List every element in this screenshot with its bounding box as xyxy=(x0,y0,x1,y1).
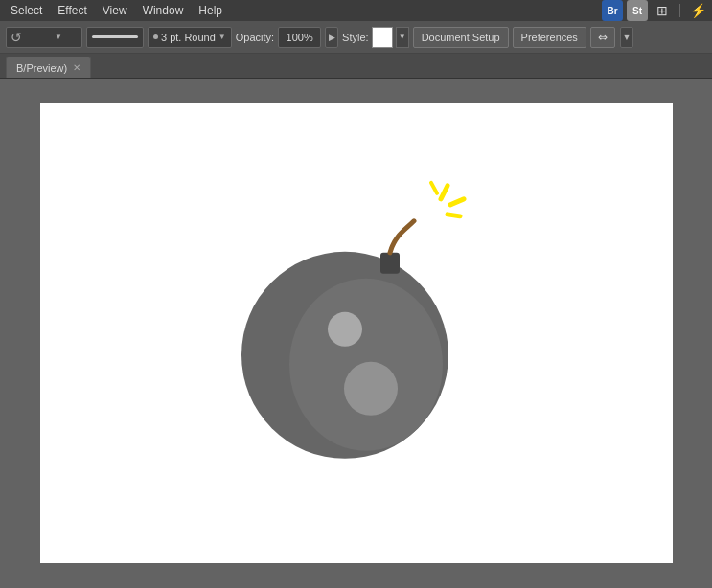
menu-help[interactable]: Help xyxy=(192,2,229,19)
grid-icon[interactable]: ⊞ xyxy=(652,0,673,21)
style-group: Style: ▼ xyxy=(342,27,409,48)
stroke-dropdown[interactable]: 3 pt. Round ▼ xyxy=(148,27,232,48)
transform-select[interactable]: ↺ ▼ xyxy=(6,27,82,48)
stroke-chevron: ▼ xyxy=(218,33,226,41)
menu-effect[interactable]: Effect xyxy=(51,2,93,19)
tab-label: B/Preview) xyxy=(16,62,67,74)
menu-icons: Br St ⊞ ⚡ xyxy=(602,0,708,21)
svg-line-3 xyxy=(441,186,448,199)
opacity-group: Opacity: 100% ▶ xyxy=(236,27,338,48)
white-canvas xyxy=(40,103,673,563)
toolbar-arrow[interactable]: ▼ xyxy=(620,27,633,48)
stroke-weight-label: 3 pt. xyxy=(161,32,181,43)
preferences-button[interactable]: Preferences xyxy=(513,27,586,48)
svg-point-8 xyxy=(344,362,398,416)
canvas-tab[interactable]: B/Preview) ✕ xyxy=(6,57,91,78)
transform-input[interactable] xyxy=(24,32,53,43)
document-setup-button[interactable]: Document Setup xyxy=(413,27,509,48)
toolbar: ↺ ▼ 3 pt. Round ▼ Opacity: 100% ▶ Style:… xyxy=(0,21,712,54)
canvas-area xyxy=(0,79,712,588)
menu-divider xyxy=(679,4,680,17)
align-icon[interactable]: ⇔ xyxy=(590,27,615,48)
svg-rect-2 xyxy=(380,253,400,274)
tab-bar: B/Preview) ✕ xyxy=(0,54,712,79)
menu-select[interactable]: Select xyxy=(4,2,49,19)
opacity-value: 100% xyxy=(278,27,321,48)
style-dropdown-btn[interactable]: ▼ xyxy=(396,27,409,48)
menu-window[interactable]: Window xyxy=(136,2,191,19)
menu-bar: Select Effect View Window Help Br St ⊞ ⚡ xyxy=(0,0,712,21)
opacity-label: Opacity: xyxy=(236,32,274,43)
stroke-preview xyxy=(86,27,144,48)
tab-close-button[interactable]: ✕ xyxy=(73,62,80,73)
stroke-type-label: Round xyxy=(184,32,215,43)
svg-line-4 xyxy=(450,199,464,205)
stroke-dot xyxy=(153,34,158,39)
svg-line-5 xyxy=(448,215,460,216)
stock-icon[interactable]: St xyxy=(627,0,648,21)
svg-point-7 xyxy=(328,312,362,347)
svg-line-6 xyxy=(431,183,437,193)
style-label: Style: xyxy=(342,32,369,43)
flash-icon[interactable]: ⚡ xyxy=(687,0,708,21)
bridge-icon[interactable]: Br xyxy=(602,0,623,21)
style-swatch[interactable] xyxy=(372,27,393,48)
stroke-line xyxy=(92,35,138,38)
menu-view[interactable]: View xyxy=(96,2,134,19)
transform-chevron: ▼ xyxy=(55,33,62,41)
opacity-arrow[interactable]: ▶ xyxy=(325,27,338,48)
bomb-illustration xyxy=(203,169,510,468)
